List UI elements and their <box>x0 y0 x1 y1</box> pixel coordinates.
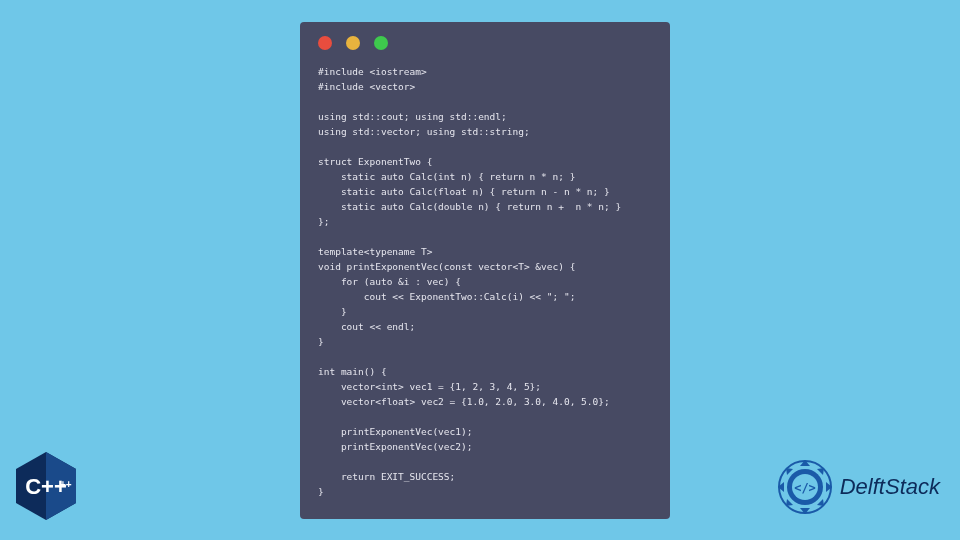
svg-text:++: ++ <box>60 479 72 490</box>
close-icon <box>318 36 332 50</box>
cpp-badge-icon: C++ ++ <box>14 450 78 522</box>
maximize-icon <box>374 36 388 50</box>
code-block: #include <iostream> #include <vector> us… <box>318 64 652 499</box>
traffic-lights <box>318 36 652 50</box>
svg-text:</>: </> <box>794 481 816 495</box>
code-window: #include <iostream> #include <vector> us… <box>300 22 670 519</box>
gear-icon: </> <box>776 458 834 516</box>
brand-name: DelftStack <box>840 474 940 500</box>
minimize-icon <box>346 36 360 50</box>
brand-logo: </> DelftStack <box>776 458 940 516</box>
